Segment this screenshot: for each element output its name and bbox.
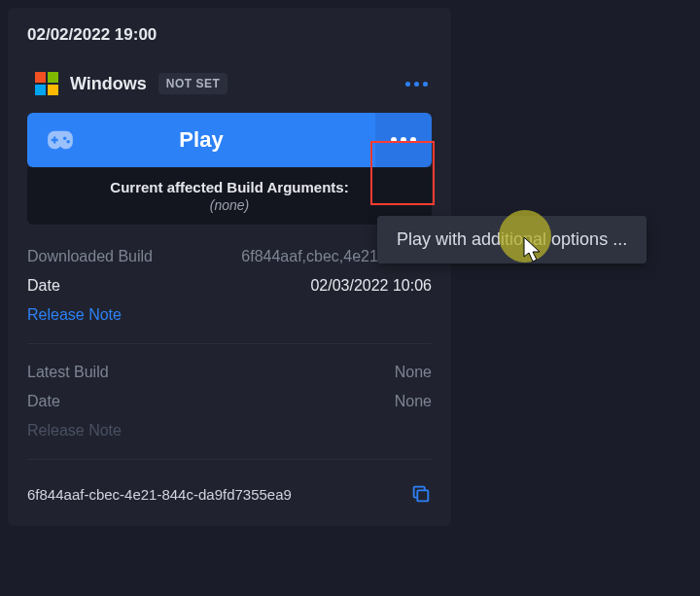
play-button-label: Play: [179, 127, 223, 153]
platform-more-button[interactable]: [401, 68, 432, 99]
build-args-title: Current affected Build Arguments:: [37, 179, 422, 195]
downloaded-date-label: Date: [27, 277, 60, 295]
divider: [27, 459, 432, 460]
latest-build-value: None: [395, 364, 432, 381]
downloaded-release-note-link[interactable]: Release Note: [27, 306, 122, 324]
platform-row: Windows NOT SET: [8, 54, 451, 113]
play-row: Play: [8, 113, 451, 167]
tooltip-text: Play with additional options ...: [397, 229, 627, 249]
play-more-button[interactable]: [375, 113, 432, 167]
downloaded-build-label: Downloaded Build: [27, 248, 153, 265]
latest-build-label: Latest Build: [27, 364, 109, 381]
play-more-tooltip: Play with additional options ...: [377, 216, 647, 263]
windows-logo-icon: [35, 72, 58, 95]
divider: [27, 343, 432, 344]
downloaded-date-value: 02/03/2022 10:06: [310, 277, 432, 295]
gamepad-icon: [47, 130, 74, 150]
build-args-block: Current affected Build Arguments: (none): [27, 167, 432, 225]
card-timestamp: 02/02/2022 19:00: [8, 8, 451, 54]
play-button[interactable]: Play: [27, 113, 375, 167]
platform-status-badge: NOT SET: [158, 73, 228, 94]
footer-guid: 6f844aaf-cbec-4e21-844c-da9fd7355ea9: [27, 486, 292, 503]
latest-date-value: None: [395, 393, 432, 410]
copy-icon[interactable]: [410, 483, 432, 505]
latest-section: Latest Build None Date None Release Note: [8, 354, 451, 449]
latest-release-note-link: Release Note: [27, 422, 122, 439]
ellipsis-icon: [405, 82, 428, 87]
platform-name: Windows: [70, 74, 147, 94]
svg-rect-0: [417, 490, 428, 501]
build-card: 02/02/2022 19:00 Windows NOT SET Play Cu…: [8, 8, 451, 526]
build-args-value: (none): [37, 197, 422, 213]
latest-date-label: Date: [27, 393, 60, 410]
footer-row: 6f844aaf-cbec-4e21-844c-da9fd7355ea9: [8, 470, 451, 526]
ellipsis-icon: [391, 137, 416, 143]
